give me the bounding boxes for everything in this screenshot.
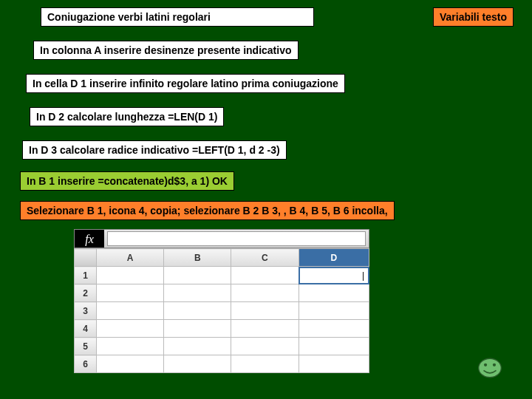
spreadsheet-preview: fx A B C D 1 | 2 3 bbox=[74, 229, 369, 373]
cell-c3[interactable] bbox=[231, 302, 299, 320]
col-header-c[interactable]: C bbox=[231, 249, 299, 267]
cell-c5[interactable] bbox=[231, 338, 299, 355]
grid: A B C D 1 | 2 3 4 bbox=[74, 248, 369, 373]
corner-cell[interactable] bbox=[75, 249, 97, 267]
cell-c6[interactable] bbox=[231, 355, 299, 373]
cell-d5[interactable] bbox=[299, 338, 369, 355]
step-6: Selezionare B 1, icona 4, copia; selezio… bbox=[20, 201, 395, 220]
cell-b1[interactable] bbox=[164, 267, 231, 284]
step-5: In B 1 inserire =concatenate)d$3, a 1) O… bbox=[20, 171, 234, 191]
row-header-6[interactable]: 6 bbox=[75, 355, 97, 373]
col-header-d[interactable]: D bbox=[299, 249, 369, 267]
fx-icon: fx bbox=[75, 230, 104, 248]
badge-variabili-testo: Variabili testo bbox=[433, 7, 514, 27]
cell-a2[interactable] bbox=[97, 284, 164, 302]
cell-d4[interactable] bbox=[299, 320, 369, 338]
cell-b3[interactable] bbox=[164, 302, 231, 320]
cell-b6[interactable] bbox=[164, 355, 231, 373]
col-header-b[interactable]: B bbox=[164, 249, 231, 267]
formula-input[interactable] bbox=[107, 231, 366, 246]
cell-d2[interactable] bbox=[299, 284, 369, 302]
cell-d1[interactable]: | bbox=[299, 267, 369, 284]
step-4: In D 3 calcolare radice indicativo =LEFT… bbox=[22, 140, 287, 160]
step-2: In cella D 1 inserire infinito regolare … bbox=[26, 74, 345, 93]
cell-a1[interactable] bbox=[97, 267, 164, 284]
svg-point-1 bbox=[484, 364, 487, 366]
cell-a5[interactable] bbox=[97, 338, 164, 355]
cell-a6[interactable] bbox=[97, 355, 164, 373]
cell-a3[interactable] bbox=[97, 302, 164, 320]
row-header-3[interactable]: 3 bbox=[75, 302, 97, 320]
cell-b5[interactable] bbox=[164, 338, 231, 355]
slide-title: Coniugazione verbi latini regolari bbox=[41, 7, 314, 27]
row-header-5[interactable]: 5 bbox=[75, 338, 97, 355]
cell-b2[interactable] bbox=[164, 284, 231, 302]
cell-d3[interactable] bbox=[299, 302, 369, 320]
cell-c1[interactable] bbox=[231, 267, 299, 284]
row-header-1[interactable]: 1 bbox=[75, 267, 97, 284]
svg-point-2 bbox=[493, 364, 496, 366]
smiley-icon bbox=[477, 355, 502, 381]
col-header-a[interactable]: A bbox=[97, 249, 164, 267]
cell-d6[interactable] bbox=[299, 355, 369, 373]
cell-b4[interactable] bbox=[164, 320, 231, 338]
cell-c2[interactable] bbox=[231, 284, 299, 302]
row-header-2[interactable]: 2 bbox=[75, 284, 97, 302]
cell-c4[interactable] bbox=[231, 320, 299, 338]
row-header-4[interactable]: 4 bbox=[75, 320, 97, 338]
svg-point-0 bbox=[479, 358, 502, 378]
step-1: In colonna A inserire desinenze presente… bbox=[33, 41, 299, 60]
step-3: In D 2 calcolare lunghezza =LEN(D 1) bbox=[30, 107, 224, 126]
formula-bar: fx bbox=[74, 229, 369, 248]
cell-a4[interactable] bbox=[97, 320, 164, 338]
